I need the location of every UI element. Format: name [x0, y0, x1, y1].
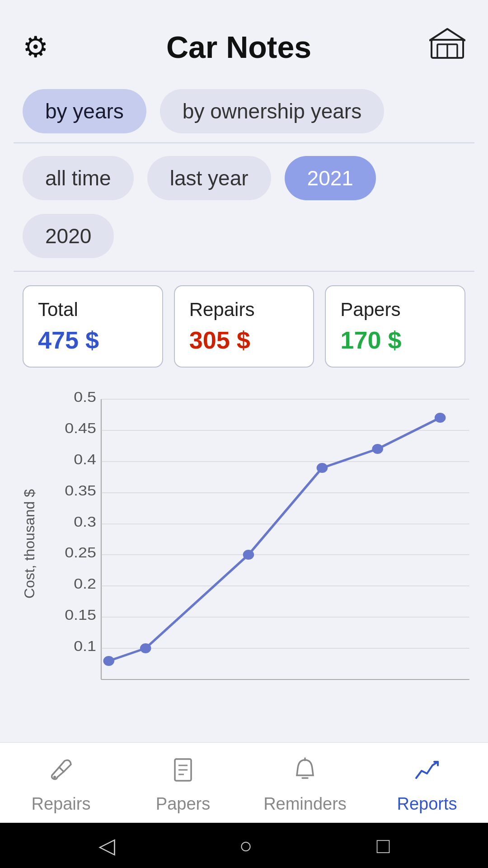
nav-repairs-label: Repairs: [32, 794, 91, 814]
bottom-nav: Repairs Papers Reminders: [0, 742, 488, 823]
summary-cards: Total 475 $ Repairs 305 $ Papers 170 $: [0, 272, 488, 381]
reminders-icon: [291, 756, 319, 790]
filter-by-years[interactable]: by years: [23, 89, 146, 133]
total-card: Total 475 $: [23, 285, 163, 368]
nav-papers[interactable]: Papers: [122, 756, 244, 814]
svg-text:0.1: 0.1: [74, 638, 96, 654]
papers-card: Papers 170 $: [325, 285, 465, 368]
filter-2021[interactable]: 2021: [285, 156, 376, 200]
nav-reminders[interactable]: Reminders: [244, 756, 366, 814]
papers-label: Papers: [340, 299, 450, 321]
data-point-2: [140, 643, 151, 653]
svg-text:0.15: 0.15: [65, 607, 96, 623]
filter-group-1: by years by ownership years: [0, 80, 488, 142]
nav-reminders-label: Reminders: [263, 794, 347, 814]
svg-text:0.35: 0.35: [65, 482, 96, 499]
repairs-label: Repairs: [189, 299, 299, 321]
svg-text:0.2: 0.2: [74, 576, 96, 592]
svg-text:0.4: 0.4: [74, 451, 96, 467]
repairs-icon: [47, 756, 75, 790]
filter-last-year[interactable]: last year: [147, 156, 271, 200]
data-point-5: [372, 444, 383, 454]
papers-value: 170 $: [340, 326, 450, 354]
filter-all-time[interactable]: all time: [23, 156, 134, 200]
y-axis-label: Cost, thousand $: [21, 489, 38, 599]
svg-text:0.5: 0.5: [74, 390, 96, 405]
chart-container: Cost, thousand $: [0, 381, 488, 742]
app-header: ⚙ Car Notes: [0, 0, 488, 80]
svg-point-23: [53, 776, 56, 778]
page-title: Car Notes: [166, 29, 311, 65]
filter-by-ownership-years[interactable]: by ownership years: [160, 89, 384, 133]
android-nav-bar: ◁ ○ □: [0, 823, 488, 868]
data-point-4: [317, 463, 328, 473]
settings-icon[interactable]: ⚙: [23, 30, 48, 64]
total-label: Total: [38, 299, 148, 321]
recents-button[interactable]: □: [377, 833, 390, 858]
filter-2020[interactable]: 2020: [23, 214, 114, 258]
papers-icon: [169, 756, 197, 790]
repairs-value: 305 $: [189, 326, 299, 354]
reports-icon: [413, 756, 441, 790]
chart-svg: 0.5 0.45 0.4 0.35 0.3 0.25 0.2 0.15 0.1: [41, 390, 474, 698]
data-point-1: [103, 656, 114, 666]
svg-text:0.45: 0.45: [65, 420, 96, 436]
total-value: 475 $: [38, 326, 148, 354]
nav-papers-label: Papers: [156, 794, 210, 814]
data-point-3: [243, 550, 254, 560]
home-button[interactable]: ○: [239, 833, 253, 858]
nav-reports-label: Reports: [397, 794, 457, 814]
repairs-card: Repairs 305 $: [174, 285, 314, 368]
filter-group-2: all time last year 2021 2020: [0, 143, 488, 271]
back-button[interactable]: ◁: [99, 833, 115, 858]
nav-reports[interactable]: Reports: [366, 756, 488, 814]
data-point-6: [435, 413, 446, 423]
svg-text:0.25: 0.25: [65, 544, 96, 561]
car-icon[interactable]: [429, 27, 465, 66]
nav-repairs[interactable]: Repairs: [0, 756, 122, 814]
svg-text:0.3: 0.3: [74, 514, 96, 530]
